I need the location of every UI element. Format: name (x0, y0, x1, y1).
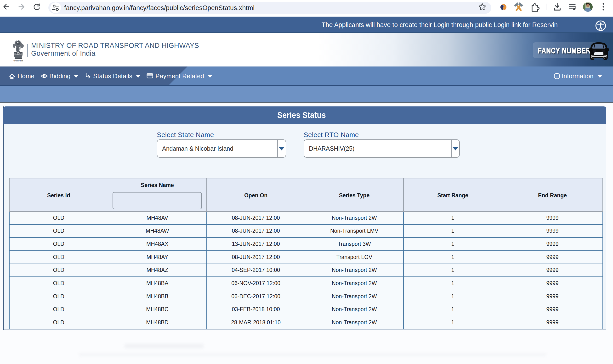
svg-text:सत्यमेव जयते: सत्यमेव जयते (13, 60, 23, 62)
